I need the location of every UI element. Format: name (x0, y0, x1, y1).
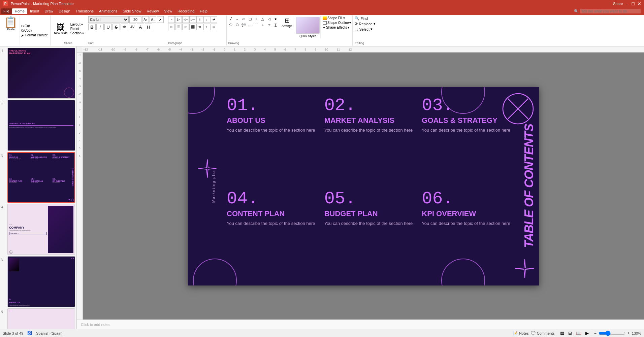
bold-button[interactable]: B (88, 24, 96, 30)
strikethrough-button[interactable]: S̶ (112, 24, 120, 30)
slide-preview-1[interactable]: THE ULTIMATEMARKETING PLAN (7, 48, 75, 99)
font-size-decrease[interactable]: A↓ (150, 16, 156, 23)
menu-review[interactable]: Review (144, 8, 161, 14)
align-left[interactable]: ⬅ (168, 24, 175, 30)
reading-view-btn[interactable]: 📖 (575, 330, 582, 336)
slide-thumb-1[interactable]: 1 THE ULTIMATEMARKETING PLAN (1, 48, 75, 99)
slide-preview-4[interactable]: OUR COMPANY Lorem ipsum text about the c… (7, 204, 75, 255)
highlight-button[interactable]: H (145, 24, 152, 30)
shadow-button[interactable]: sh (121, 24, 128, 30)
slide-preview-3-active[interactable]: 01. ABOUT US You can describe the topic.… (7, 152, 75, 203)
menu-recording[interactable]: Recording (175, 8, 197, 14)
menu-view[interactable]: View (161, 8, 175, 14)
arrange-button[interactable]: ⊞ Arrange (282, 17, 292, 28)
shape-star[interactable]: ★ (273, 16, 278, 22)
paste-button[interactable]: 📋 Paste (2, 16, 20, 45)
indent-decrease[interactable]: ◁≡ (182, 16, 189, 23)
find-button[interactable]: 🔍 Find (355, 16, 381, 21)
line-spacing[interactable]: ↕ (203, 16, 210, 23)
shape-connector[interactable]: ⟂ (260, 22, 265, 27)
slide-thumb-5[interactable]: 5 01. ABOUT US You can describe the topi… (1, 256, 75, 307)
shape-callout[interactable]: 💬 (241, 22, 246, 27)
shape-rect[interactable]: ▭ (241, 16, 246, 22)
bullet-list-button[interactable]: ≡ (168, 16, 175, 23)
shape-curve[interactable]: ⌒ (254, 22, 259, 27)
justify[interactable]: ⬛ (189, 24, 196, 30)
format-painter-button[interactable]: 🖌 Format Painter (21, 33, 47, 37)
slide-thumb-6[interactable]: 6 ✕ ✦ WHOA Section divider slide for you… (1, 308, 75, 329)
menu-draw[interactable]: Draw (42, 8, 56, 14)
notes-toggle[interactable]: 📝 Notes (513, 331, 529, 335)
close-btn[interactable]: ✕ (637, 1, 641, 6)
slide-preview-5[interactable]: 01. ABOUT US You can describe the topic … (7, 256, 75, 307)
shape-hex[interactable]: ⬡ (234, 22, 240, 27)
char-spacing-button[interactable]: AV (129, 24, 136, 30)
shape-tri[interactable]: △ (260, 16, 265, 22)
menu-slideshow[interactable]: Slide Show (120, 8, 144, 14)
menu-help[interactable]: Help (197, 8, 210, 14)
replace-button[interactable]: ⟳ Replace ▾ (355, 22, 381, 26)
align-center[interactable]: ☰ (175, 24, 182, 30)
search-box[interactable]: 🔍 (574, 9, 641, 13)
shape-effects-button[interactable]: ✦ Shape Effects ▾ (323, 26, 351, 29)
menu-file[interactable]: File (1, 8, 12, 14)
reset-button[interactable]: Reset (70, 27, 84, 31)
shape-ellipse[interactable]: ○ (254, 16, 259, 22)
clear-format[interactable]: ✗ (157, 16, 164, 23)
slide-preview-6[interactable]: ✕ ✦ WHOA Section divider slide for your … (7, 308, 75, 329)
smartart[interactable]: ⊞ (211, 24, 217, 30)
notes-area[interactable]: Click to add notes (77, 319, 644, 329)
text-direction[interactable]: ⟲ (196, 24, 203, 30)
indent-increase[interactable]: ▷≡ (189, 16, 196, 23)
underline-button[interactable]: U (104, 24, 112, 30)
zoom-in-btn[interactable]: + (627, 331, 630, 336)
font-name-select[interactable]: Calibri (88, 16, 129, 23)
shape-equation[interactable]: ∑ (273, 22, 278, 27)
align-right[interactable]: ➡ (182, 24, 189, 30)
italic-button[interactable]: I (96, 24, 104, 30)
copy-button[interactable]: ⧉ Copy (21, 29, 47, 33)
maximize-btn[interactable]: □ (632, 1, 635, 6)
shape-rtri[interactable]: ◁ (266, 16, 272, 22)
font-size-input[interactable] (129, 16, 141, 23)
menu-insert[interactable]: Insert (27, 8, 42, 14)
num-list-button[interactable]: 1≡ (175, 16, 182, 23)
slide-panel[interactable]: 1 THE ULTIMATEMARKETING PLAN 2 CONTENTS … (0, 46, 77, 329)
slide-thumb-3[interactable]: 3 01. ABOUT US You can describe the topi… (1, 152, 75, 203)
share-btn[interactable]: Share (613, 2, 623, 6)
minimize-btn[interactable]: ─ (626, 1, 629, 6)
font-color-button[interactable]: A (137, 24, 144, 30)
slideshow-btn[interactable]: ▶ (584, 330, 590, 336)
slide-thumb-2[interactable]: 2 CONTENTS OF THIS TEMPLATE Lorem ipsum … (1, 100, 75, 151)
shape-outline-button[interactable]: Shape Outline ▾ (323, 21, 351, 25)
quick-styles-preview[interactable] (296, 17, 320, 34)
menu-home[interactable]: Home (12, 8, 27, 14)
slide-preview-2[interactable]: CONTENTS OF THIS TEMPLATE Lorem ipsum pl… (7, 100, 75, 151)
font-size-increase[interactable]: A↑ (142, 16, 149, 23)
shape-block-arrow[interactable]: ⇒ (266, 22, 272, 27)
menu-animations[interactable]: Animations (96, 8, 120, 14)
shape-round-rect[interactable]: ▢ (247, 16, 253, 22)
cut-button[interactable]: ✂ Cut (21, 24, 47, 28)
cols-button[interactable]: ⫴ (196, 16, 203, 23)
shape-fill-button[interactable]: Shape Fill ▾ (323, 16, 351, 20)
section-button[interactable]: Section ▾ (70, 31, 84, 35)
text-align-v[interactable]: ↨ (203, 24, 210, 30)
menu-design[interactable]: Design (56, 8, 73, 14)
slide-thumb-4[interactable]: 4 OUR COMPANY Lorem ipsum text about the… (1, 204, 75, 255)
slide-sorter-btn[interactable]: ⊞ (567, 330, 573, 336)
normal-view-btn[interactable]: ▦ (559, 330, 565, 336)
shape-arrow[interactable]: → (234, 16, 240, 22)
new-slide-button[interactable]: 🖼 New Slide (53, 23, 69, 35)
menu-transitions[interactable]: Transitions (73, 8, 96, 14)
zoom-out-btn[interactable]: − (594, 331, 597, 336)
shape-pent[interactable]: ⬠ (228, 22, 233, 27)
shape-line[interactable]: ╱ (228, 16, 233, 22)
rtl-ltr[interactable]: ⇄ (211, 16, 217, 23)
layout-button[interactable]: Layout ▾ (70, 23, 84, 26)
zoom-slider[interactable] (599, 331, 625, 336)
main-slide[interactable]: Marketing plan TABLE OF CONTENTS 01. ABO… (188, 87, 539, 285)
search-input[interactable] (580, 9, 641, 13)
shape-more[interactable]: … (247, 22, 253, 27)
select-button[interactable]: ⬚ Select ▾ (355, 27, 381, 31)
